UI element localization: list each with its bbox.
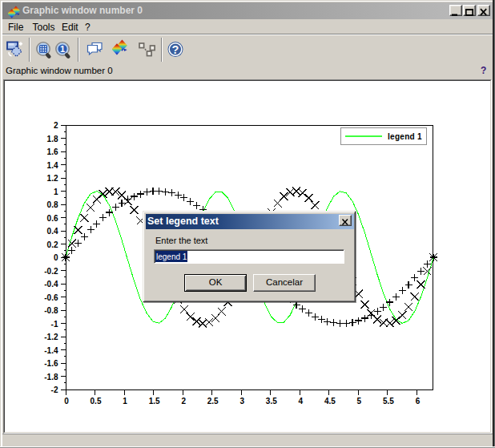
svg-text:1: 1 <box>54 188 58 196</box>
svg-text:-0.4: -0.4 <box>44 280 58 289</box>
svg-text:-2: -2 <box>51 385 58 394</box>
svg-text:0: 0 <box>54 253 58 262</box>
svg-text:-0.2: -0.2 <box>44 267 58 276</box>
svg-text:0.2: 0.2 <box>47 240 58 249</box>
svg-text:3.5: 3.5 <box>266 397 277 406</box>
svg-text:-1.2: -1.2 <box>44 333 58 341</box>
svg-text:6: 6 <box>416 397 421 406</box>
svg-text:3: 3 <box>239 397 244 406</box>
svg-text:2.5: 2.5 <box>207 397 219 406</box>
svg-text:1.5: 1.5 <box>149 397 160 406</box>
svg-text:1.4: 1.4 <box>47 161 58 170</box>
svg-text:4: 4 <box>299 397 304 406</box>
svg-text:-1.6: -1.6 <box>44 359 58 368</box>
svg-text:1.6: 1.6 <box>47 147 58 156</box>
svg-text:1.2: 1.2 <box>47 174 58 183</box>
svg-text:0.6: 0.6 <box>47 214 58 223</box>
svg-text:2: 2 <box>181 397 186 406</box>
svg-text:0.5: 0.5 <box>91 397 102 406</box>
svg-text:-1: -1 <box>51 320 58 329</box>
svg-text:-1.4: -1.4 <box>44 346 58 355</box>
svg-text:5: 5 <box>357 397 362 406</box>
svg-text:legend 1: legend 1 <box>388 132 422 141</box>
svg-text:0.4: 0.4 <box>47 227 58 236</box>
svg-text:-0.6: -0.6 <box>44 293 58 302</box>
svg-text:5.5: 5.5 <box>383 397 394 406</box>
svg-text:-0.8: -0.8 <box>44 306 58 315</box>
svg-text:0.8: 0.8 <box>47 200 58 209</box>
svg-text:1: 1 <box>123 397 127 406</box>
svg-text:-1.8: -1.8 <box>44 373 58 381</box>
svg-text:0: 0 <box>64 397 69 406</box>
svg-text:1.8: 1.8 <box>47 135 58 143</box>
svg-text:2: 2 <box>54 121 58 130</box>
svg-text:4.5: 4.5 <box>324 397 336 406</box>
